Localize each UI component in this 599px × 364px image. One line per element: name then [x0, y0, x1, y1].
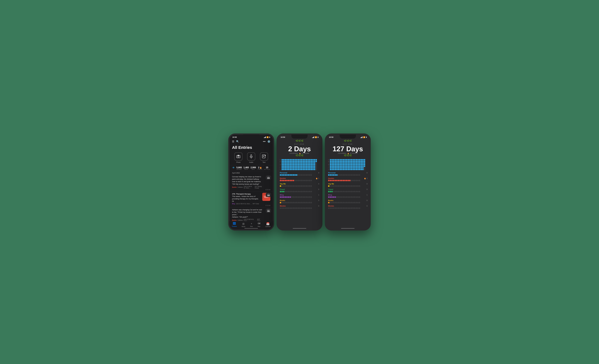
text-action-icon[interactable] [260, 152, 268, 161]
journal-dot [307, 208, 309, 209]
journal-dot [352, 196, 354, 198]
photo-action-icon[interactable] [234, 152, 242, 161]
streak-screen-3: 10:50 📶 ▮ 🌿🌿🌿 DAY ONE 127 [326, 135, 370, 229]
journal-dot [291, 174, 292, 176]
journal-dot [339, 208, 341, 209]
journal-dot [336, 174, 337, 176]
journal-dot [285, 196, 286, 198]
status-bar-1: 10:50 📶 ▮ [229, 135, 273, 139]
entry-2[interactable]: #76: Therapist therapy This week, I shar… [229, 192, 273, 208]
journal-dot [286, 185, 288, 187]
journal-dot [282, 185, 283, 187]
journal-dot [333, 180, 334, 181]
journal-dot [301, 196, 302, 198]
home-indicator-2 [293, 228, 306, 229]
journal-dot [288, 202, 289, 203]
journal-dot [341, 208, 342, 209]
search-icon[interactable]: 🔍 [236, 140, 239, 143]
journal-dot [304, 202, 305, 203]
journal-dot [335, 202, 336, 203]
tab-new[interactable]: + New [250, 222, 253, 227]
journal-dot [346, 185, 347, 187]
journal-dot [302, 191, 304, 192]
journal-dot [349, 185, 351, 187]
photo-action[interactable]: Photo [234, 152, 242, 163]
journal-dot [311, 202, 312, 203]
books-count-2: 0 [318, 199, 319, 201]
laurel-top-2: 🌿🌿🌿 [280, 139, 319, 142]
books-name-3: Books [328, 199, 334, 201]
home-indicator-1 [245, 228, 258, 229]
journal-dot [331, 174, 333, 176]
travel-name-3: Travel [328, 188, 333, 190]
tab-media[interactable]: ⊞ Media [242, 222, 245, 227]
more-icon[interactable]: ••• [263, 140, 265, 143]
days-label: DAYS [252, 169, 255, 170]
journal-dot [341, 191, 342, 192]
audio-label: Audio [249, 161, 253, 163]
journal-dot [306, 191, 307, 192]
settings-icon[interactable]: ⚙️ [267, 140, 270, 143]
journal-dot [359, 202, 360, 203]
journal-dot [341, 196, 342, 198]
journal-dot [288, 174, 289, 176]
journal-dot [333, 185, 334, 187]
journal-dot [351, 191, 352, 192]
journal-dot [328, 180, 329, 181]
new-icon: + [251, 222, 252, 225]
tab-map[interactable]: 🗺 Map [258, 222, 260, 227]
journal-dot [302, 185, 304, 187]
journal-dot [280, 180, 281, 181]
journal-dot [331, 208, 333, 209]
journal-dot [309, 174, 310, 176]
journal-dot [351, 174, 352, 176]
menu-icon[interactable]: ☰ [232, 140, 234, 143]
entry-1[interactable]: Cal was helping me clean up Arwen's pack… [229, 174, 273, 192]
journal-dot [343, 202, 344, 203]
journal-dot [357, 185, 359, 187]
journal-dot [286, 202, 288, 203]
entry-3-text: Adriann was changing Cal and he said to … [232, 208, 262, 218]
grid-columns-2 [282, 159, 319, 170]
streak-screen-2: 10:50 📶 ▮ 🌿🌿🌿 DAY ONE 2 D [278, 135, 321, 229]
journal-travel-3: Travel 0 [328, 188, 368, 192]
journal-dot [283, 185, 284, 187]
media-label: MEDIA [244, 169, 248, 170]
journal-dot [302, 174, 304, 176]
text-action[interactable]: Text [260, 152, 268, 163]
tab-calendar[interactable]: 📅 Calendar [265, 222, 271, 227]
journal-dot [354, 191, 355, 192]
audio-action-icon[interactable] [247, 152, 255, 161]
journal-dot [354, 208, 355, 209]
journal-dot [280, 208, 281, 209]
journal-dot [339, 196, 341, 198]
journal-dot [298, 191, 299, 192]
flame-icon-2: 🔥 [299, 153, 301, 154]
journal-dot [294, 185, 296, 187]
journal-dot [290, 185, 291, 187]
journal-dot [290, 191, 291, 192]
grid-3: S M T W T F S [328, 159, 368, 170]
journal-dot [341, 185, 342, 187]
tab-timeline[interactable]: Timeline [232, 222, 237, 227]
journal-dot [356, 174, 357, 176]
calendar-grid-2: S M T W T F S [278, 158, 321, 171]
journal-dot [338, 202, 339, 203]
travel-count-3: 0 [367, 189, 368, 190]
journal-dot [288, 208, 289, 209]
entry-2-location: 1322 E 550 N St, Orem, ... [236, 203, 252, 205]
journal-dot [328, 185, 329, 187]
audio-action[interactable]: Audio [247, 152, 255, 163]
journal-dot [359, 174, 360, 176]
journal-dot [288, 180, 289, 181]
journal-dot [304, 196, 305, 198]
streak-header-3: 🌿🌿🌿 DAY ONE 127 Days JOURNAL 🔥 STREAK 🌿🌿… [326, 139, 370, 158]
books-count-3: 0 [367, 199, 368, 201]
svg-rect-3 [251, 155, 252, 157]
journal-dot [291, 196, 292, 198]
journal-dot [330, 191, 331, 192]
books-dots-2 [280, 202, 319, 203]
journal-dot [311, 208, 312, 209]
journal-dot [311, 180, 312, 181]
entry-2-subtext: This week, I share the story of providin… [232, 195, 260, 203]
